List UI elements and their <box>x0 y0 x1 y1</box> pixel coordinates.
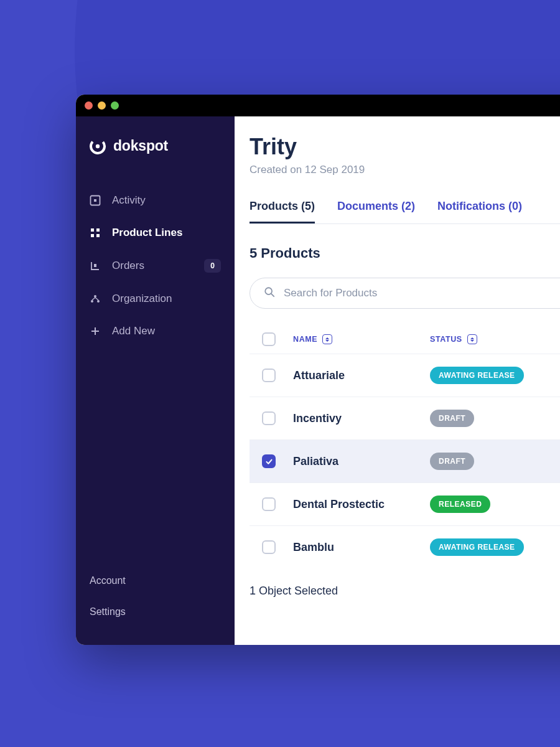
row-checkbox[interactable] <box>262 540 276 554</box>
svg-point-1 <box>96 144 100 148</box>
brand-name: dokspot <box>113 138 168 154</box>
sidebar-item-orders[interactable]: Orders 0 <box>76 249 235 283</box>
window-titlebar <box>76 95 560 116</box>
sidebar-item-label: Add New <box>112 325 221 337</box>
table-row[interactable]: Dental ProstecticRELEASEDTr <box>250 482 560 525</box>
row-name: Dental Prostectic <box>293 498 385 511</box>
svg-rect-6 <box>91 234 94 237</box>
tab-products[interactable]: Products (5) <box>250 200 315 223</box>
row-checkbox[interactable] <box>262 454 276 468</box>
row-name: Bamblu <box>293 541 334 554</box>
table-row[interactable]: AttuarialeAWATING RELEASETr <box>250 354 560 397</box>
sidebar-item-account[interactable]: Account <box>76 565 235 596</box>
search-icon <box>264 286 275 300</box>
tab-notifications[interactable]: Notifications (0) <box>437 200 522 223</box>
svg-point-10 <box>91 300 93 303</box>
products-table: NAME STATUS RE AttuarialeAWATING RELEASE… <box>250 325 560 568</box>
row-name: Attuariale <box>293 369 345 382</box>
svg-point-9 <box>94 295 96 298</box>
sidebar-item-label: Organization <box>112 293 221 305</box>
minimize-icon[interactable] <box>98 101 106 110</box>
svg-rect-4 <box>91 228 94 232</box>
svg-rect-8 <box>94 264 96 267</box>
sidebar-item-label: Account <box>90 575 126 586</box>
status-badge: AWATING RELEASE <box>430 538 524 556</box>
row-name: Paliativa <box>293 455 338 468</box>
plus-icon <box>90 326 101 337</box>
brand: dokspot <box>76 138 235 184</box>
section-title: 5 Products <box>250 245 560 261</box>
search-field[interactable] <box>250 278 560 309</box>
status-badge: RELEASED <box>430 496 490 513</box>
brand-logo-icon <box>90 138 106 154</box>
close-icon[interactable] <box>85 101 93 110</box>
svg-point-11 <box>97 300 100 303</box>
orders-badge: 0 <box>204 259 221 273</box>
sidebar-item-label: Orders <box>112 260 193 272</box>
table-row[interactable]: IncentivyDRAFTTr <box>250 397 560 439</box>
svg-rect-5 <box>96 228 100 232</box>
svg-rect-3 <box>94 199 96 202</box>
sidebar-item-label: Activity <box>112 194 221 207</box>
row-checkbox[interactable] <box>262 497 276 511</box>
sidebar-bottom: Account Settings <box>76 565 235 627</box>
table-row[interactable]: BambluAWATING RELEASETr <box>250 525 560 568</box>
sidebar-item-label: Product Lines <box>112 227 221 239</box>
organization-icon <box>90 293 101 304</box>
activity-icon <box>90 195 101 206</box>
status-badge: AWATING RELEASE <box>430 367 524 384</box>
selection-status: 1 Object Selected <box>250 568 560 598</box>
app-window: dokspot Activity Product Lines <box>76 95 560 645</box>
table-row[interactable]: PaliativaDRAFTM <box>250 439 560 482</box>
sidebar-item-settings[interactable]: Settings <box>76 596 235 627</box>
sidebar-nav: Activity Product Lines Orders 0 <box>76 184 235 347</box>
tabs: Products (5) Documents (2) Notifications… <box>250 200 560 224</box>
search-input[interactable] <box>284 287 560 299</box>
svg-rect-7 <box>96 234 100 237</box>
select-all-checkbox[interactable] <box>262 332 276 346</box>
sort-icon <box>467 334 477 344</box>
svg-line-13 <box>271 294 274 296</box>
sidebar: dokspot Activity Product Lines <box>76 116 235 645</box>
sidebar-item-product-lines[interactable]: Product Lines <box>76 217 235 249</box>
sidebar-item-activity[interactable]: Activity <box>76 184 235 217</box>
tab-documents[interactable]: Documents (2) <box>337 200 415 223</box>
row-checkbox[interactable] <box>262 369 276 382</box>
main-content: Trity Created on 12 Sep 2019 Products (5… <box>235 116 560 645</box>
table-header: NAME STATUS RE <box>250 325 560 354</box>
svg-point-12 <box>265 288 272 294</box>
status-badge: DRAFT <box>430 453 474 470</box>
sidebar-item-organization[interactable]: Organization <box>76 283 235 315</box>
page-subtitle: Created on 12 Sep 2019 <box>250 164 560 176</box>
column-header-status[interactable]: STATUS <box>430 334 554 344</box>
grid-icon <box>90 227 101 238</box>
status-badge: DRAFT <box>430 410 474 427</box>
column-label: STATUS <box>430 335 462 344</box>
row-checkbox[interactable] <box>262 411 276 425</box>
row-name: Incentivy <box>293 412 342 425</box>
page-title: Trity <box>250 134 560 160</box>
fullscreen-icon[interactable] <box>111 101 119 110</box>
column-label: NAME <box>293 335 317 344</box>
sidebar-item-add-new[interactable]: Add New <box>76 315 235 347</box>
orders-icon <box>90 260 101 271</box>
column-header-name[interactable]: NAME <box>293 334 418 344</box>
sort-icon <box>322 334 332 344</box>
sidebar-item-label: Settings <box>90 606 126 618</box>
